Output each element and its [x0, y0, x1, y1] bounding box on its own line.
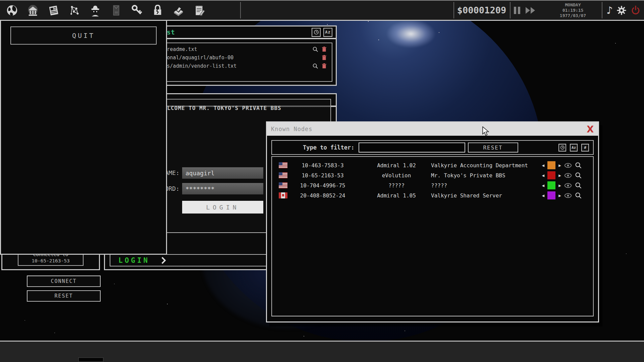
node-list: 10-463-7583-3 Admiral 1.02 Valkyrie Acco… [271, 156, 594, 316]
fast-forward-button[interactable] [525, 6, 536, 15]
sort-time-button[interactable] [558, 144, 566, 152]
inspect-node-icon[interactable] [575, 172, 582, 179]
known-nodes-title: Known Nodes [271, 126, 313, 132]
color-prev-icon[interactable]: ◀ [542, 194, 545, 197]
country-flag-icon [279, 182, 287, 188]
watch-node-icon[interactable] [564, 163, 572, 168]
color-next-icon[interactable]: ▶ [558, 184, 561, 187]
connect-button[interactable]: CONNECT [27, 276, 101, 287]
node-row[interactable]: 10-65-2163-53 eVolution Mr. Tokyo's Priv… [272, 170, 593, 180]
sort-alpha-button[interactable]: Az [570, 144, 578, 152]
login-button[interactable]: LOGIN [182, 201, 263, 214]
inspect-node-icon[interactable] [575, 182, 582, 189]
country-flag-icon [279, 192, 287, 198]
newspaper-icon[interactable] [47, 3, 60, 18]
bank-icon[interactable] [26, 3, 40, 18]
mission-notes-icon[interactable] [193, 3, 206, 18]
watch-node-icon[interactable] [564, 193, 572, 198]
inspect-node-icon[interactable] [575, 192, 582, 199]
clock-time: 01:19:15 [562, 8, 584, 13]
known-nodes-titlebar[interactable]: Known Nodes X [267, 122, 598, 136]
minimized-window-stub[interactable] [78, 357, 104, 362]
filter-input[interactable] [359, 142, 465, 153]
trace-reset-button[interactable]: RESET [27, 290, 101, 302]
delete-file-icon[interactable] [320, 55, 328, 60]
username-field[interactable] [182, 167, 263, 179]
watch-node-icon[interactable] [564, 183, 572, 188]
country-flag-icon [279, 172, 287, 178]
watch-node-icon[interactable] [564, 173, 572, 178]
settings-gear-icon[interactable] [615, 4, 628, 17]
sort-time-button[interactable] [312, 28, 321, 37]
node-color-swatch[interactable] [547, 191, 555, 199]
node-color-swatch[interactable] [547, 171, 555, 179]
network-map-icon[interactable] [68, 3, 81, 18]
bbs-dm-chat-window: BBS-DM Chat /Alyson X QUIT [0, 0, 167, 255]
node-row[interactable]: 10-463-7583-3 Admiral 1.02 Valkyrie Acco… [272, 160, 593, 170]
key-icon[interactable] [130, 3, 144, 18]
wallet-icon[interactable] [109, 3, 123, 18]
color-prev-icon[interactable]: ◀ [542, 164, 545, 167]
close-icon[interactable]: X [587, 125, 594, 134]
world-map-icon[interactable] [5, 3, 19, 18]
node-row[interactable]: 10-704-4996-75 ????? ????? ◀ ▶ [272, 180, 593, 190]
inspect-node-icon[interactable] [575, 162, 582, 169]
view-file-icon[interactable] [311, 46, 320, 52]
filter-label: Type to filter: [303, 144, 355, 151]
pause-button[interactable] [514, 7, 520, 14]
clock-day: MONDAY [565, 2, 581, 8]
delete-file-icon[interactable] [320, 46, 328, 52]
password-field[interactable] [182, 183, 263, 194]
sort-alpha-button[interactable]: Az [323, 28, 332, 37]
toolbar-icons [5, 1, 206, 20]
node-color-swatch[interactable] [547, 161, 555, 169]
top-bar: $00001209 MONDAY 01:19:15 1977/03/07 ♪ [0, 0, 644, 21]
power-icon[interactable] [630, 4, 641, 17]
session-status-label: LOGIN [118, 256, 150, 264]
color-next-icon[interactable]: ▶ [558, 194, 561, 197]
game-clock: MONDAY 01:19:15 1977/03/07 [546, 1, 600, 20]
filter-bar: Type to filter: RESET Az # [271, 140, 594, 155]
music-icon[interactable]: ♪ [606, 4, 613, 16]
color-next-icon[interactable]: ▶ [558, 174, 561, 177]
country-flag-icon [279, 162, 287, 168]
color-prev-icon[interactable]: ◀ [542, 174, 545, 177]
known-nodes-window: Known Nodes X Type to filter: RESET Az #… [266, 121, 599, 322]
delete-file-icon[interactable] [320, 63, 328, 69]
view-file-icon[interactable] [311, 63, 320, 69]
sun-glare [386, 19, 436, 48]
color-prev-icon[interactable]: ◀ [542, 184, 545, 187]
node-color-swatch[interactable] [547, 181, 555, 189]
crack-lock-icon[interactable] [151, 3, 164, 18]
color-next-icon[interactable]: ▶ [558, 164, 561, 167]
filter-reset-button[interactable]: RESET [468, 142, 518, 153]
clock-date: 1977/03/07 [560, 13, 586, 18]
software-library-icon[interactable] [172, 3, 185, 18]
sort-numeric-button[interactable]: # [581, 144, 589, 152]
chevron-right-icon [161, 257, 166, 264]
quit-button[interactable]: QUIT [10, 26, 157, 45]
node-row[interactable]: 20-408-8052-24 Admiral 1.05 Valkyrie Sha… [272, 190, 593, 200]
hacker-icon[interactable] [89, 3, 102, 18]
money-counter: $00001209 [455, 1, 508, 20]
